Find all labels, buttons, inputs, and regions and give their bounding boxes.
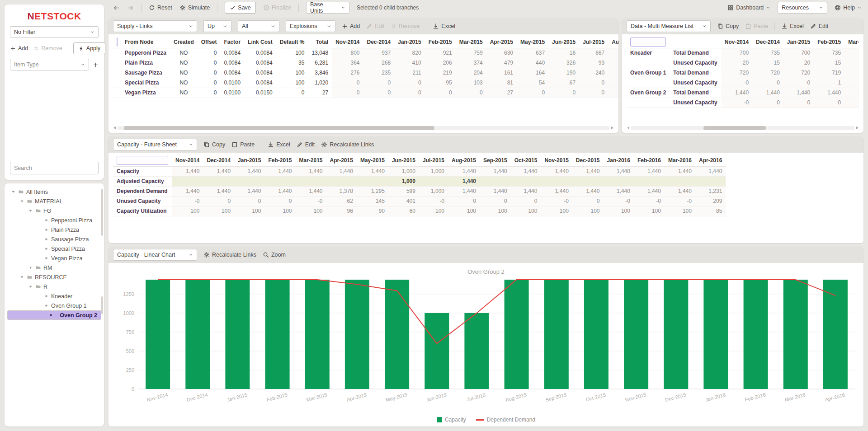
zoom-button[interactable]: Zoom xyxy=(263,252,286,258)
tree-item-all-items[interactable]: All Items xyxy=(7,187,101,197)
value-cell[interactable] xyxy=(357,176,388,186)
value-cell[interactable]: 387 xyxy=(844,78,859,88)
value-cell[interactable]: 0 xyxy=(456,88,486,98)
tree-scrollbar-handle[interactable] xyxy=(101,296,103,314)
value-cell[interactable]: 0 xyxy=(814,98,844,108)
value-cell[interactable]: 1,000 xyxy=(419,186,448,196)
value-cell[interactable]: 16 xyxy=(548,48,579,58)
supply-view-select[interactable]: Supply - Links xyxy=(113,20,197,32)
value-cell[interactable]: 719 xyxy=(814,68,844,78)
value-cell[interactable]: 100 xyxy=(511,206,541,216)
value-cell[interactable]: 0 xyxy=(332,88,363,98)
value-cell[interactable]: 100 xyxy=(572,206,604,216)
value-cell[interactable] xyxy=(264,176,295,186)
value-cell[interactable]: 1,295 xyxy=(357,186,388,196)
value-cell[interactable]: 1,440 xyxy=(357,166,388,176)
select-all-cell[interactable] xyxy=(117,37,118,47)
value-cell[interactable]: 1,440 xyxy=(604,166,634,176)
value-cell[interactable]: 1,440 xyxy=(480,166,511,176)
value-cell[interactable]: 885 xyxy=(608,48,618,58)
value-cell[interactable] xyxy=(296,176,326,186)
value-cell[interactable]: 67 xyxy=(548,78,579,88)
expand-caret-icon[interactable] xyxy=(28,265,33,270)
value-cell[interactable]: 720 xyxy=(752,68,783,78)
value-cell[interactable] xyxy=(541,176,572,186)
dashboard-menu[interactable]: Dashboard xyxy=(727,5,770,11)
value-cell[interactable]: 60 xyxy=(388,206,419,216)
value-cell[interactable]: 720 xyxy=(721,68,752,78)
value-cell[interactable]: 299 xyxy=(608,58,618,68)
sheet-view-select[interactable]: Capacity - Future Sheet xyxy=(113,139,197,150)
value-cell[interactable]: 100 xyxy=(172,206,203,216)
value-cell[interactable]: 1,440 xyxy=(604,186,634,196)
value-cell[interactable]: 630 xyxy=(486,48,517,58)
finalize-button[interactable]: Finalize xyxy=(263,5,291,11)
help-menu[interactable]: Help xyxy=(835,5,862,11)
value-cell[interactable]: 211 xyxy=(394,68,425,78)
value-cell[interactable]: 95 xyxy=(425,78,456,88)
value-cell[interactable]: 300 xyxy=(844,58,859,68)
add-attribute-icon[interactable] xyxy=(93,62,99,68)
value-cell[interactable]: -0 xyxy=(419,196,448,206)
value-cell[interactable]: 0 xyxy=(783,98,814,108)
value-cell[interactable]: 0 xyxy=(264,196,295,206)
value-cell[interactable]: 1,440 xyxy=(783,88,814,98)
value-cell[interactable]: 800 xyxy=(332,48,363,58)
value-cell[interactable] xyxy=(604,176,634,186)
value-cell[interactable]: 164 xyxy=(517,68,548,78)
value-cell[interactable]: 100 xyxy=(419,206,448,216)
value-cell[interactable]: 85 xyxy=(695,206,726,216)
workspace-select[interactable]: Resources xyxy=(778,2,827,14)
remove-link-button[interactable]: Remove xyxy=(391,23,420,29)
value-cell[interactable]: 90 xyxy=(357,206,388,216)
recalculate-links-button[interactable]: Recalculate Links xyxy=(321,141,374,148)
value-cell[interactable]: 0 xyxy=(752,98,783,108)
legend-item-dependent-demand[interactable]: Dependent Demand xyxy=(476,417,535,423)
value-cell[interactable]: 0 xyxy=(579,88,608,98)
value-cell[interactable]: 1,000 xyxy=(388,176,419,186)
value-cell[interactable]: 204 xyxy=(456,68,486,78)
value-cell[interactable] xyxy=(634,176,665,186)
value-cell[interactable]: 161 xyxy=(486,68,517,78)
excel-export-button[interactable]: Excel xyxy=(433,23,455,29)
value-cell[interactable]: 100 xyxy=(448,206,480,216)
value-cell[interactable]: 206 xyxy=(425,58,456,68)
collapse-caret-icon[interactable] xyxy=(28,284,33,289)
resource-link[interactable] xyxy=(627,98,670,108)
value-cell[interactable]: 1,440 xyxy=(634,186,665,196)
value-cell[interactable]: 921 xyxy=(425,48,456,58)
save-button[interactable]: Save xyxy=(225,2,256,14)
value-cell[interactable]: 0 xyxy=(394,78,425,88)
value-cell[interactable]: 0 xyxy=(203,196,234,206)
from-node-cell[interactable]: Pepperoni Pizza xyxy=(121,48,170,58)
remove-filter-button[interactable]: Remove xyxy=(33,45,62,52)
value-cell[interactable]: -0 xyxy=(541,196,572,206)
value-cell[interactable]: 0 xyxy=(332,78,363,88)
value-cell[interactable]: 268 xyxy=(363,58,395,68)
edit-link-button[interactable]: Edit xyxy=(366,23,385,29)
value-cell[interactable] xyxy=(326,176,357,186)
value-cell[interactable]: 240 xyxy=(579,68,608,78)
value-cell[interactable]: 700 xyxy=(783,48,814,58)
value-cell[interactable]: 1,440 xyxy=(203,186,234,196)
tree-item-rm[interactable]: RM xyxy=(7,263,101,272)
value-cell[interactable]: -0 xyxy=(721,98,752,108)
chart-view-select[interactable]: Capacity - Linear Chart xyxy=(113,249,197,261)
value-cell[interactable]: 1,440 xyxy=(172,166,203,176)
resource-link[interactable] xyxy=(627,58,670,68)
value-cell[interactable]: 0 xyxy=(517,88,548,98)
collapse-caret-icon[interactable] xyxy=(11,189,16,194)
value-cell[interactable]: -0 xyxy=(844,98,859,108)
value-cell[interactable]: 190 xyxy=(548,68,579,78)
value-cell[interactable]: 364 xyxy=(332,58,363,68)
value-cell[interactable]: 276 xyxy=(332,68,363,78)
value-cell[interactable] xyxy=(572,176,604,186)
search-input[interactable] xyxy=(10,162,99,174)
value-cell[interactable]: 1,440 xyxy=(480,186,511,196)
value-cell[interactable]: 0 xyxy=(394,88,425,98)
tree-item-oven-group-1[interactable]: Oven Group 1 xyxy=(7,301,101,310)
value-cell[interactable]: 1,440 xyxy=(264,186,295,196)
value-cell[interactable]: 1,440 xyxy=(172,186,203,196)
value-cell[interactable] xyxy=(234,176,264,186)
value-cell[interactable]: 1,440 xyxy=(296,166,326,176)
